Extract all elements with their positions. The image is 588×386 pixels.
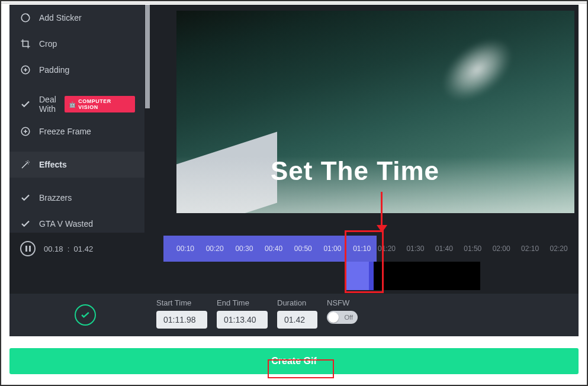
ruler-tick: 02:00: [493, 245, 521, 253]
robot-icon: 🤖: [69, 101, 76, 108]
check-icon: [20, 218, 31, 229]
sidebar-item-label: Brazzers: [39, 193, 72, 202]
sidebar-section-label: Effects: [39, 160, 67, 169]
ruler-tick: 00:10: [176, 245, 206, 253]
ruler-tick: 00:40: [265, 245, 294, 253]
selection-handle[interactable]: [369, 262, 374, 290]
sidebar-item-freeze-frame[interactable]: Freeze Frame: [9, 118, 146, 144]
end-time-input[interactable]: [217, 311, 268, 329]
timeline-selection[interactable]: [346, 262, 374, 290]
sidebar-item-label: Add Sticker: [39, 13, 82, 22]
ruler-tick: 01:30: [406, 245, 435, 253]
ruler-tick: 01:40: [435, 245, 464, 253]
sidebar-scrollbar-thumb[interactable]: [145, 5, 150, 108]
video-preview: [176, 11, 574, 213]
nsfw-field: NSFW Off: [327, 298, 358, 324]
confirm-icon[interactable]: [75, 304, 96, 326]
sidebar-item-brazzers[interactable]: Brazzers: [9, 185, 146, 211]
timecode: 00.18 : 01.42: [44, 245, 93, 253]
timeline-track[interactable]: [163, 262, 579, 290]
timeline-ruler-rest[interactable]: 01:20 01:30 01:40 01:50 02:00 02:10 02:2…: [377, 236, 579, 262]
sidebar-item-label: DealWith: [39, 95, 56, 114]
sidebar-item-deal-with[interactable]: DealWith 🤖 COMPUTER VISION: [9, 90, 146, 118]
wand-icon: [20, 159, 31, 170]
duration-field: Duration: [277, 298, 317, 329]
ruler-tick: 00:30: [235, 245, 265, 253]
end-time-field: End Time: [217, 298, 268, 329]
pause-icon: [25, 246, 31, 252]
create-gif-button[interactable]: Create Gif: [9, 348, 579, 374]
nsfw-toggle[interactable]: Off: [327, 311, 358, 324]
ruler-tick: 00:50: [294, 245, 324, 253]
sidebar-item-label: Freeze Frame: [39, 127, 91, 136]
sidebar-item-crop[interactable]: Crop: [9, 31, 146, 57]
plus-circle-icon: [20, 126, 31, 137]
ruler-tick: 02:20: [550, 245, 579, 253]
check-icon: [20, 192, 31, 203]
ruler-tick: 01:20: [378, 245, 406, 253]
start-time-input[interactable]: [156, 311, 207, 329]
sidebar-item-add-sticker[interactable]: Add Sticker: [9, 5, 146, 31]
play-pause-button[interactable]: [20, 241, 36, 256]
timeline-clip[interactable]: [374, 262, 480, 290]
controls-bar: Start Time End Time Duration NSFW Off: [9, 294, 579, 336]
sidebar-section-effects[interactable]: Effects: [9, 152, 146, 178]
ruler-tick: 00:20: [206, 245, 236, 253]
ruler-tick: 01:50: [464, 245, 492, 253]
sidebar-scrollbar[interactable]: [144, 5, 150, 233]
sidebar-item-padding[interactable]: Padding: [9, 57, 146, 83]
computer-vision-badge: 🤖 COMPUTER VISION: [65, 96, 135, 112]
sidebar: Add Sticker Crop Padding: [9, 5, 150, 233]
sidebar-item-label: Padding: [39, 65, 69, 75]
duration-input[interactable]: [277, 311, 317, 329]
ruler-tick: 02:10: [521, 245, 550, 253]
ruler-tick: 01:00: [323, 245, 353, 253]
sidebar-item-label: GTA V Wasted: [39, 219, 93, 229]
editor-app: Add Sticker Crop Padding: [9, 5, 579, 336]
plus-circle-icon: [20, 65, 31, 75]
crop-icon: [20, 38, 31, 49]
toggle-knob: [328, 312, 339, 323]
check-icon: [20, 99, 31, 110]
start-time-field: Start Time: [156, 298, 207, 329]
sticker-icon: [20, 12, 31, 23]
sidebar-item-label: Crop: [39, 39, 57, 49]
sidebar-item-gta-wasted[interactable]: GTA V Wasted: [9, 211, 146, 233]
